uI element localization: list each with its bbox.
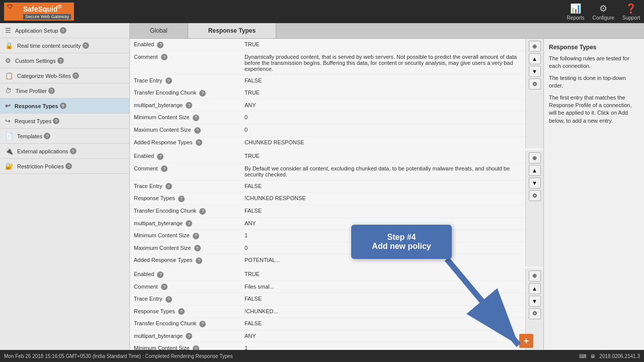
reports-nav[interactable]: 📊 Reports — [567, 3, 585, 21]
request-types-help: ? — [53, 118, 59, 124]
realtime-help: ? — [83, 42, 89, 49]
down-btn-2[interactable]: ▼ — [529, 177, 541, 189]
reports-icon: 📊 — [570, 3, 581, 14]
field-value: FALSE — [240, 182, 525, 190]
configure-icon: ⚙ — [599, 3, 607, 14]
add-new-policy-button[interactable]: + — [519, 334, 533, 348]
field-label: Transfer Encoding Chunk ? — [130, 207, 240, 216]
sidebar-item-categorize[interactable]: 📋 Categorize Web-Sites ? — [0, 68, 129, 83]
field-label: Comment ? — [130, 164, 240, 173]
categorize-icon: 📋 — [5, 72, 13, 79]
field-label: Trace Entry ? — [130, 182, 240, 191]
sidebar-item-templates[interactable]: 📄 Templates ? — [0, 129, 129, 144]
custom-settings-icon: ⚙ — [5, 57, 11, 64]
external-apps-help: ? — [70, 148, 76, 154]
sidebar-item-response-types[interactable]: ↩ Response Types ? — [0, 99, 129, 114]
policy-row: Enabled ? TRUE — [130, 268, 525, 281]
field-value-tec: TRUE — [240, 88, 525, 97]
sidebar-label-external-apps: External applications — [17, 148, 68, 154]
right-panel-text1: The following rules are tested for each … — [549, 55, 639, 70]
reports-label: Reports — [567, 15, 585, 21]
add-btn-3[interactable]: ⊕ — [529, 270, 541, 282]
policy-row: Comment ? Dynamically produced content, … — [130, 51, 525, 75]
help-icon: ? — [166, 77, 172, 84]
up-btn-3[interactable]: ▲ — [529, 283, 541, 294]
sidebar-label-app-setup: Application Setup — [15, 28, 58, 34]
policy-block-3: Enabled ? TRUE Comment ? Files smal... T… — [130, 268, 543, 350]
field-label: Enabled ? — [130, 152, 240, 161]
support-icon: ❓ — [625, 3, 636, 14]
field-label: Added Response Types ? — [130, 256, 240, 265]
sidebar-item-restriction-policies[interactable]: 🔐 Restriction Policies ? — [0, 159, 129, 174]
field-value: 1 — [240, 344, 525, 350]
sidebar-label-categorize: Categorize Web-Sites — [17, 73, 71, 79]
right-panel-text3: The first entry that matches the Respons… — [549, 94, 639, 125]
policy-block-2-content: Enabled ? TRUE Comment ? By Default we c… — [130, 150, 525, 266]
help-icon: ? — [193, 233, 199, 239]
help-icon: ? — [157, 42, 164, 48]
logo-area: 🛡 SafeSquid® Secure Web Gateway — [4, 3, 74, 21]
policy-row: Trace Entry ? FALSE — [130, 75, 525, 87]
sidebar-item-time-profiler[interactable]: ⏱ Time Profiler ? — [0, 83, 129, 99]
nav-actions: 📊 Reports ⚙ Configure ❓ Support — [567, 3, 640, 21]
policy-row: Transfer Encoding Chunk ? FALSE — [130, 205, 525, 218]
policy-row: Response Types ? !CHUNKED... — [130, 306, 525, 318]
up-btn-1[interactable]: ▲ — [529, 53, 541, 64]
time-profiler-icon: ⏱ — [5, 87, 12, 95]
sidebar-item-external-apps[interactable]: 🔌 External applications ? — [0, 144, 129, 159]
logo-box: 🛡 SafeSquid® Secure Web Gateway — [4, 3, 74, 21]
sidebar-item-app-setup[interactable]: ☰ Application Setup ? — [0, 23, 129, 38]
policy-row: Transfer Encoding Chunk ? FALSE — [130, 318, 525, 330]
settings-btn-3[interactable]: ⚙ — [529, 308, 541, 319]
sidebar-item-realtime[interactable]: 🔒 Real time content security ? — [0, 38, 129, 53]
app-tagline: Secure Web Gateway — [23, 14, 71, 20]
field-value-mpb: ANY — [240, 101, 525, 109]
logo-text: SafeSquid® Secure Web Gateway — [23, 4, 71, 20]
policy-row: Trace Entry ? FALSE — [130, 293, 525, 306]
help-icon: ? — [186, 220, 192, 227]
status-bar: Mon Feb 26 2018 15:16:05 GMT+0530 (India… — [0, 350, 644, 362]
restriction-policies-icon: 🔐 — [5, 162, 13, 170]
main-content: Enabled ? TRUE Comment ? Dynamically pro… — [130, 39, 644, 350]
settings-btn-1[interactable]: ⚙ — [529, 78, 541, 89]
table-area[interactable]: Enabled ? TRUE Comment ? Dynamically pro… — [130, 39, 543, 350]
right-panel-text2: The testing is done in top-down order. — [549, 74, 639, 90]
help-icon: ? — [193, 345, 199, 350]
sidebar-item-request-types[interactable]: ↪ Request Types ? — [0, 114, 129, 129]
up-btn-2[interactable]: ▲ — [529, 165, 541, 176]
field-label-comment: Comment ? — [130, 53, 240, 62]
sidebar-item-custom-settings[interactable]: ⚙ Custom Settings ? — [0, 53, 129, 68]
field-label-trace: Trace Entry ? — [130, 76, 240, 85]
add-btn-2[interactable]: ⊕ — [529, 152, 541, 163]
policy-block-1: Enabled ? TRUE Comment ? Dynamically pro… — [130, 39, 543, 148]
tab-bar: Global Response Types — [130, 23, 644, 39]
support-label: Support — [622, 15, 640, 21]
registered-icon: ® — [57, 3, 62, 10]
templates-help: ? — [44, 133, 50, 139]
policy-row: multipart_byterange ? ANY — [130, 330, 525, 343]
field-value: TRUE — [240, 270, 525, 278]
callout-line1: Step #4 — [363, 233, 440, 242]
configure-nav[interactable]: ⚙ Configure — [593, 3, 614, 21]
policy-block-1-content: Enabled ? TRUE Comment ? Dynamically pro… — [130, 39, 525, 148]
support-nav[interactable]: ❓ Support — [622, 3, 640, 21]
settings-btn-2[interactable]: ⚙ — [529, 190, 541, 201]
policy-block-3-content: Enabled ? TRUE Comment ? Files smal... T… — [130, 268, 525, 350]
tab-global[interactable]: Global — [130, 23, 188, 38]
screen-icon: 🖥 — [590, 353, 595, 359]
help-icon: ? — [199, 321, 206, 327]
down-btn-1[interactable]: ▼ — [529, 66, 541, 77]
policy-row: Minimum Content Size ? 0 — [130, 112, 525, 124]
field-value: Files smal... — [240, 283, 525, 291]
sidebar-label-realtime: Real time content security — [17, 43, 81, 49]
help-icon: ? — [178, 308, 185, 315]
app-setup-help: ? — [60, 27, 66, 34]
add-btn-1[interactable]: ⊕ — [529, 41, 541, 52]
realtime-icon: 🔒 — [5, 42, 13, 49]
tab-response-types[interactable]: Response Types — [188, 23, 276, 38]
down-btn-3[interactable]: ▼ — [529, 296, 541, 307]
response-types-icon: ↩ — [5, 102, 11, 110]
policy-row: multipart_byterange ? ANY — [130, 218, 525, 230]
sidebar-label-time-profiler: Time Profiler — [16, 88, 47, 94]
policy-row: Transfer Encoding Chunk ? TRUE — [130, 87, 525, 100]
